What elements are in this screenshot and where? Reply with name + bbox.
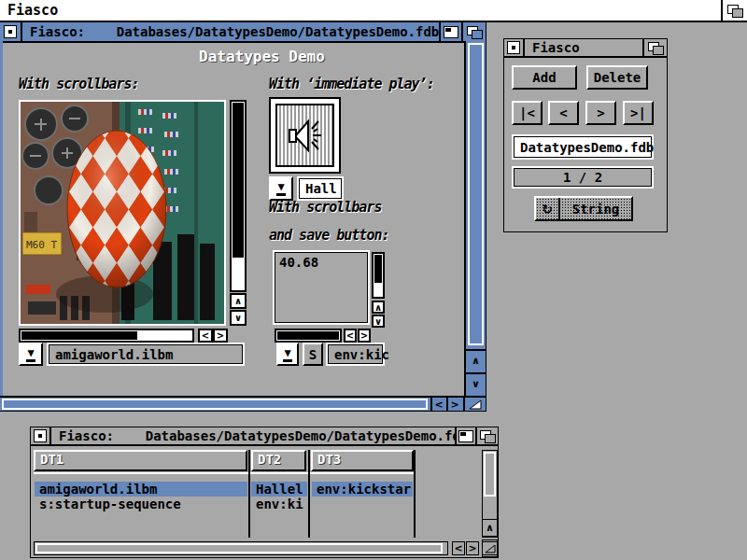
close-icon xyxy=(34,429,47,442)
depth-icon xyxy=(727,5,743,17)
resize-icon xyxy=(469,399,482,410)
table-scroll-up-icon[interactable]: ∧ xyxy=(482,519,498,537)
close-gadget[interactable] xyxy=(0,22,22,41)
field-type-cycle-button[interactable]: ↻ String xyxy=(534,196,633,221)
depth-gadget[interactable] xyxy=(461,22,486,41)
window-scroll-down-icon[interactable]: ∨ xyxy=(466,372,486,394)
table-row-cell[interactable]: Hallel xyxy=(251,482,307,497)
table-scroll-left-icon[interactable]: < xyxy=(452,541,465,555)
zoom-gadget[interactable] xyxy=(439,22,461,41)
window-scroll-up-icon[interactable]: ∧ xyxy=(466,349,486,371)
table-row-cell[interactable]: env:ki xyxy=(251,497,307,511)
table-title-bar[interactable]: Fiasco: Databases/DatatypesDemo/Datatype… xyxy=(31,427,498,446)
table-row-cell[interactable]: amigaworld.ilbm xyxy=(35,482,247,497)
panel-title: Fiasco xyxy=(525,39,642,56)
table-window-title: Fiasco: Databases/DatatypesDemo/Datatype… xyxy=(51,427,455,444)
picture-scroll-right-icon[interactable]: > xyxy=(213,329,228,343)
popup-arrow-icon: ▼ xyxy=(26,347,35,362)
depth-icon xyxy=(648,42,664,54)
label-immediate-play: With ‘immediate play’: xyxy=(269,76,434,92)
panel-window: Fiasco Add Delete |< < > >| DatatypesDem… xyxy=(504,39,667,231)
text-save-button[interactable]: S xyxy=(303,343,323,366)
popup-arrow-icon: ▼ xyxy=(283,347,291,362)
text-vscroll-track[interactable] xyxy=(372,252,385,299)
delete-button[interactable]: Delete xyxy=(586,65,648,90)
last-record-button[interactable]: >| xyxy=(623,101,654,125)
text-vscroll-thumb[interactable] xyxy=(374,255,382,283)
picture-hscroll-thumb[interactable] xyxy=(21,331,137,340)
table-row-cell[interactable]: env:kickstar xyxy=(312,482,413,497)
label-with-scrollbars-2: With scrollbars xyxy=(269,199,381,216)
column-divider xyxy=(248,450,250,538)
column-divider xyxy=(308,450,310,538)
database-filename-field[interactable]: DatatypesDemo.fdb xyxy=(512,134,654,160)
table-resize-gadget[interactable] xyxy=(482,541,498,555)
popup-arrow-icon: ▼ xyxy=(276,181,285,196)
close-gadget[interactable] xyxy=(504,39,525,56)
screen-depth-gadget[interactable] xyxy=(721,0,747,21)
amiga-screen: { "colors":{"accent_blue":"#6688bb","win… xyxy=(0,0,747,560)
window-vscroll-thumb[interactable] xyxy=(468,43,484,345)
table-row-cell[interactable]: s:startup-sequence xyxy=(35,497,247,511)
sound-play-button[interactable] xyxy=(269,97,341,174)
main-window-title-bar[interactable]: Fiasco: Databases/DatatypesDemo/Datatype… xyxy=(0,22,486,43)
chip-label-text: M60 T xyxy=(26,239,57,251)
picture-scroll-down-icon[interactable]: ∨ xyxy=(230,310,247,326)
screen-title-bar: Fiasco xyxy=(0,0,747,22)
picture-filename-field[interactable]: amigaworld.ilbm xyxy=(47,343,245,366)
first-record-button[interactable]: |< xyxy=(512,101,543,125)
window-vscroll[interactable]: ∧ ∨ xyxy=(464,41,486,396)
add-button[interactable]: Add xyxy=(512,65,577,90)
label-with-scrollbars: With scrollbars: xyxy=(19,76,139,92)
speaker-panel xyxy=(275,104,334,167)
column-divider xyxy=(414,450,416,538)
sound-popup-button[interactable]: ▼ xyxy=(269,176,293,201)
table-window: Fiasco: Databases/DatatypesDemo/Datatype… xyxy=(31,427,498,557)
sound-name-field[interactable]: Hall xyxy=(297,176,344,201)
boing-ball-circuit-image: M60 T xyxy=(21,102,224,324)
text-scroll-right-icon[interactable]: > xyxy=(358,329,371,343)
resize-icon xyxy=(485,544,496,553)
text-scroll-up-icon[interactable]: ∧ xyxy=(372,301,385,314)
picture-vscroll-track[interactable] xyxy=(230,100,247,292)
window-scroll-left-icon[interactable]: < xyxy=(430,398,445,411)
picture-vscroll-thumb[interactable] xyxy=(233,103,244,258)
table-scroll-right-icon[interactable]: > xyxy=(466,541,479,555)
cycle-icon: ↻ xyxy=(536,198,560,219)
picture-scroll-up-icon[interactable]: ∧ xyxy=(230,293,247,309)
window-hscroll[interactable]: < > xyxy=(0,396,486,411)
text-file-popup-button[interactable]: ▼ xyxy=(276,343,299,366)
column-header-dt2[interactable]: DT2 xyxy=(251,450,306,471)
close-gadget[interactable] xyxy=(31,427,51,444)
screen-title: Fiasco xyxy=(0,2,721,19)
picture-hscroll-track[interactable] xyxy=(19,329,194,343)
picture-scroll-left-icon[interactable]: < xyxy=(198,329,213,343)
text-content-area[interactable]: 40.68 xyxy=(273,250,370,325)
text-scroll-left-icon[interactable]: < xyxy=(344,329,357,343)
zoom-gadget[interactable] xyxy=(455,427,475,444)
table-vscroll-thumb[interactable] xyxy=(484,452,496,497)
header-separator xyxy=(34,472,414,474)
depth-gadget[interactable] xyxy=(475,427,498,444)
column-header-dt3[interactable]: DT3 xyxy=(311,450,414,471)
table-hscroll-track[interactable] xyxy=(34,541,448,555)
text-filename-field[interactable]: env:kic xyxy=(326,343,385,366)
label-and-save-button: and save button: xyxy=(269,227,389,244)
text-hscroll-track[interactable] xyxy=(275,329,342,343)
depth-gadget[interactable] xyxy=(642,39,667,56)
picture-file-popup-button[interactable]: ▼ xyxy=(19,343,43,366)
next-record-button[interactable]: > xyxy=(585,101,616,125)
close-icon xyxy=(507,41,520,54)
prev-record-button[interactable]: < xyxy=(548,101,579,125)
window-hscroll-thumb[interactable] xyxy=(2,399,428,410)
table-hscroll-thumb[interactable] xyxy=(35,543,443,553)
column-header-dt1[interactable]: DT1 xyxy=(34,450,247,471)
text-scroll-down-icon[interactable]: ∨ xyxy=(372,315,385,328)
window-resize-gadget[interactable] xyxy=(463,398,486,411)
window-scroll-right-icon[interactable]: > xyxy=(446,398,461,411)
depth-icon xyxy=(467,26,483,38)
page-title: Datatypes Demo xyxy=(199,48,325,65)
panel-title-bar[interactable]: Fiasco xyxy=(504,39,667,58)
text-hscroll-thumb[interactable] xyxy=(277,331,339,340)
table-row-cell[interactable] xyxy=(312,497,413,511)
